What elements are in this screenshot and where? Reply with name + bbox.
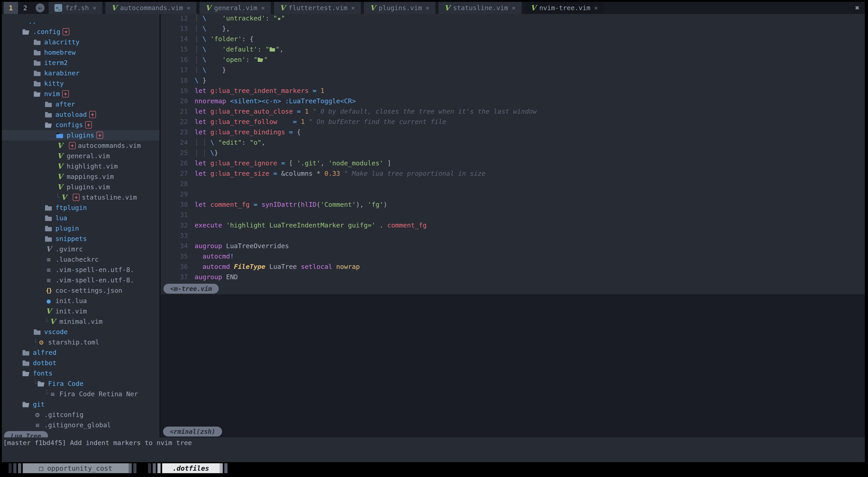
code-line[interactable]: 17 │ \ }	[161, 66, 865, 76]
tree-item[interactable]: alacritty	[2, 37, 159, 47]
git-modified-badge: +	[62, 90, 69, 97]
tree-item[interactable]: autoload +	[2, 109, 159, 120]
code-line[interactable]: 25 │ │ \}	[161, 149, 865, 159]
tree-item[interactable]: init.vim	[2, 306, 159, 316]
code-line[interactable]: 16 │ \ 'open': ""	[161, 56, 865, 66]
tree-item[interactable]: homebrew	[2, 47, 159, 58]
back-arrow-icon[interactable]: ←	[36, 3, 44, 12]
tab-close-icon[interactable]: ×	[351, 4, 355, 12]
tree-item[interactable]: vscode	[2, 327, 159, 337]
tree-item[interactable]: .gitignore_global	[2, 420, 159, 430]
tabpage-1[interactable]: 1	[4, 2, 18, 14]
tree-item[interactable]: .gvimrc	[2, 244, 159, 254]
file-icon	[49, 390, 57, 398]
code-line[interactable]: 28	[161, 180, 865, 190]
tree-item[interactable]: iterm2	[2, 58, 159, 68]
tree-item[interactable]: init.lua	[2, 296, 159, 306]
tree-item[interactable]: └ Fira Code	[2, 378, 159, 389]
file-icon	[22, 400, 30, 408]
tab-close-icon[interactable]: ×	[93, 4, 96, 12]
tree-item[interactable]: git	[2, 399, 159, 409]
code-line[interactable]: 24 │ │ \ "edit": "o",	[161, 139, 865, 149]
code-line[interactable]: 12 │ \ 'untracked': "★"	[161, 14, 865, 25]
code-line[interactable]: 15 │ \ 'default': "",	[161, 45, 865, 56]
line-number: 36	[161, 263, 194, 273]
tree-item[interactable]: plugins.vim	[2, 182, 159, 192]
code-line[interactable]: 14 │ \ 'folder': {	[161, 35, 865, 45]
code-line[interactable]: 19 let g:lua_tree_indent_markers = 1	[161, 87, 865, 97]
tree-item[interactable]: lua	[2, 213, 159, 223]
buffer-tab[interactable]: statusline.vim ×	[438, 2, 522, 14]
tree-item[interactable]: fonts	[2, 368, 159, 378]
tree-item[interactable]: configs +	[2, 120, 159, 130]
tree-item[interactable]: + autocommands.vim	[2, 140, 159, 151]
code-line[interactable]: 23 let g:lua_tree_bindings = {	[161, 128, 865, 139]
tree-item[interactable]: .vim-spell-en.utf-8.	[2, 275, 159, 285]
tree-item[interactable]: └ + statusline.vim	[2, 192, 159, 203]
buffer-tab[interactable]: nvim-tree.vim ×	[525, 2, 604, 14]
tree-item[interactable]: snippets	[2, 234, 159, 244]
tree-item[interactable]: ..	[2, 16, 159, 27]
tab-close-icon[interactable]: ×	[426, 4, 429, 12]
tree-item[interactable]: .gitconfig	[2, 409, 159, 420]
close-all-icon[interactable]: ✖	[850, 4, 865, 12]
line-number: 22	[161, 118, 194, 128]
code-line[interactable]: 34 augroup LuaTreeOverrides	[161, 242, 865, 252]
code-line[interactable]: 32 execute 'highlight LuaTreeIndentMarke…	[161, 222, 865, 232]
tree-item[interactable]: alfred	[2, 347, 159, 358]
tree-item[interactable]: kitty	[2, 78, 159, 89]
tree-item[interactable]: ftplugin	[2, 203, 159, 213]
tree-item[interactable]: └ minimal.vim	[2, 316, 159, 327]
code-line[interactable]: 33	[161, 232, 865, 242]
tree-item[interactable]: nvim +	[2, 89, 159, 99]
code-line[interactable]: 18 \ }	[161, 76, 865, 87]
code-line[interactable]: 26 let g:lua_tree_ignore = [ '.git', 'no…	[161, 159, 865, 170]
code-line[interactable]: 29	[161, 190, 865, 201]
tab-close-icon[interactable]: ×	[186, 4, 190, 12]
tree-item[interactable]: .luacheckrc	[2, 254, 159, 265]
code-line[interactable]: 20 nnoremap <silent><c-n> :LuaTreeToggle…	[161, 97, 865, 107]
tmux-window-tab[interactable]: □ opportunity_cost	[8, 463, 138, 473]
code-line[interactable]: 21 let g:lua_tree_auto_close = 1 " 0 by …	[161, 107, 865, 118]
tree-item[interactable]: .config +	[2, 27, 159, 37]
terminal-empty-space	[161, 421, 865, 426]
code-line[interactable]: 35 autocmd!	[161, 252, 865, 263]
tabpage-2[interactable]: 2	[18, 2, 32, 14]
tree-item[interactable]: coc-settings.json	[2, 285, 159, 296]
tab-close-icon[interactable]: ×	[594, 4, 598, 12]
tmux-window-tab[interactable]: .dotfiles	[148, 463, 229, 473]
code-line[interactable]: 36 autocmd FileType LuaTree setlocal now…	[161, 263, 865, 273]
tree-item[interactable]: └ Fira Code Retina Ner	[2, 389, 159, 399]
buffer-tab[interactable]: fluttertest.vim ×	[274, 2, 361, 14]
tree-item-label: snippets	[55, 235, 87, 243]
terminal-line	[167, 400, 865, 410]
buffer-tab[interactable]: plugins.vim ×	[364, 2, 435, 14]
tree-item[interactable]: after	[2, 99, 159, 109]
tree-item[interactable]: plugins +	[2, 130, 159, 140]
terminal-pane[interactable]: <rminal(zsh)	[161, 294, 865, 437]
tree-item[interactable]: highlight.vim	[2, 161, 159, 171]
buffer-tab[interactable]: general.vim ×	[199, 2, 271, 14]
tree-item[interactable]: karabiner	[2, 68, 159, 78]
tree-item[interactable]: └ starship.toml	[2, 337, 159, 347]
file-tree-list: .. .config + alacritty	[2, 16, 159, 430]
tree-item[interactable]: .vim-spell-en.utf-8.	[2, 265, 159, 275]
code-line[interactable]: 30 let comment_fg = synIDattr(hlID('Comm…	[161, 201, 865, 211]
tab-close-icon[interactable]: ×	[512, 4, 516, 12]
tree-connector: └	[44, 390, 49, 398]
tab-close-icon[interactable]: ×	[261, 4, 265, 12]
code-line[interactable]: 27 let g:lua_tree_size = &columns * 0.33…	[161, 170, 865, 180]
code-line[interactable]: 37 augroup END	[161, 273, 865, 283]
code-line[interactable]: 13 │ \ },	[161, 25, 865, 35]
powerline-block	[18, 463, 21, 473]
buffer-tab[interactable]: fzf.sh ×	[49, 2, 102, 14]
code-line[interactable]: 22 let g:lua_tree_follow = 1 " On bufEnt…	[161, 118, 865, 128]
code-editor[interactable]: 12 │ \ 'untracked': "★" 13 │ \ }, 14 │ \…	[161, 14, 865, 283]
tree-item[interactable]: dotbot	[2, 358, 159, 368]
tree-item[interactable]: plugin	[2, 223, 159, 234]
tree-item[interactable]: general.vim	[2, 151, 159, 161]
file-type-icon	[280, 4, 285, 12]
code-line[interactable]: 31	[161, 211, 865, 222]
buffer-tab[interactable]: autocommands.vim ×	[105, 2, 196, 14]
tree-item[interactable]: mappings.vim	[2, 171, 159, 182]
